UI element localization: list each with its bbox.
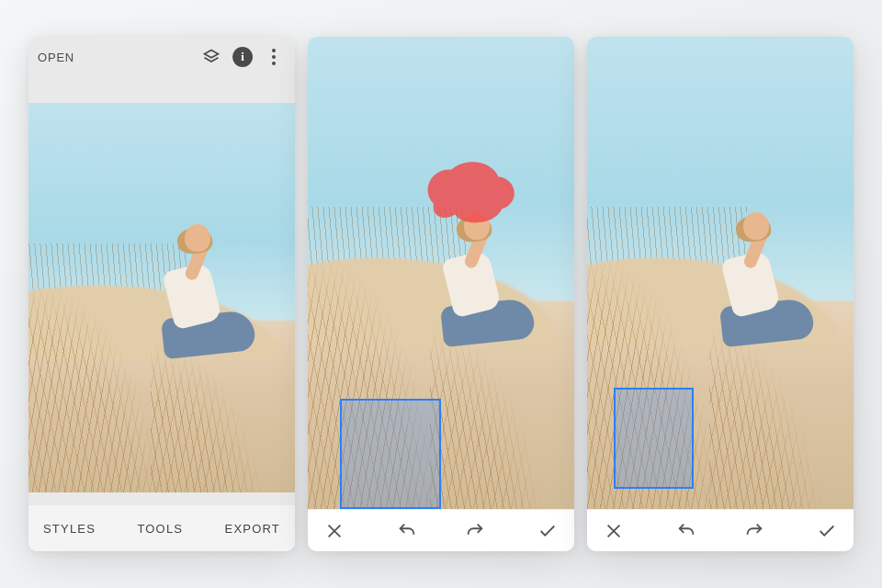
photo-canvas[interactable] bbox=[587, 37, 854, 509]
photo-canvas[interactable] bbox=[308, 37, 574, 509]
healing-brush-stroke bbox=[414, 150, 525, 231]
edit-toolbar bbox=[587, 509, 854, 551]
open-button[interactable]: OPEN bbox=[38, 51, 74, 64]
info-icon[interactable]: i bbox=[231, 45, 254, 69]
zoom-preview-box[interactable] bbox=[340, 399, 441, 509]
nav-export[interactable]: EXPORT bbox=[225, 522, 280, 536]
close-button[interactable] bbox=[317, 515, 352, 547]
edited-image bbox=[28, 103, 295, 492]
zoom-preview-box[interactable] bbox=[614, 388, 694, 489]
bottom-nav: STYLES TOOLS EXPORT bbox=[28, 505, 295, 551]
undo-button[interactable] bbox=[669, 515, 704, 547]
screen-result bbox=[587, 37, 854, 551]
redo-button[interactable] bbox=[458, 515, 492, 547]
nav-tools[interactable]: TOOLS bbox=[137, 522, 183, 536]
screen-healing bbox=[308, 37, 574, 551]
nav-styles[interactable]: STYLES bbox=[43, 522, 96, 536]
edit-toolbar bbox=[308, 509, 574, 551]
layers-icon[interactable] bbox=[199, 45, 223, 69]
undo-button[interactable] bbox=[390, 515, 424, 547]
topbar: OPEN i bbox=[28, 37, 295, 77]
apply-button[interactable] bbox=[530, 515, 565, 547]
apply-button[interactable] bbox=[809, 515, 844, 547]
photo-canvas[interactable] bbox=[28, 77, 295, 505]
close-button[interactable] bbox=[596, 515, 631, 547]
redo-button[interactable] bbox=[737, 515, 772, 547]
more-vert-icon[interactable] bbox=[262, 45, 286, 69]
screen-main: OPEN i STYLES TOOLS EXPORT bbox=[28, 37, 295, 551]
